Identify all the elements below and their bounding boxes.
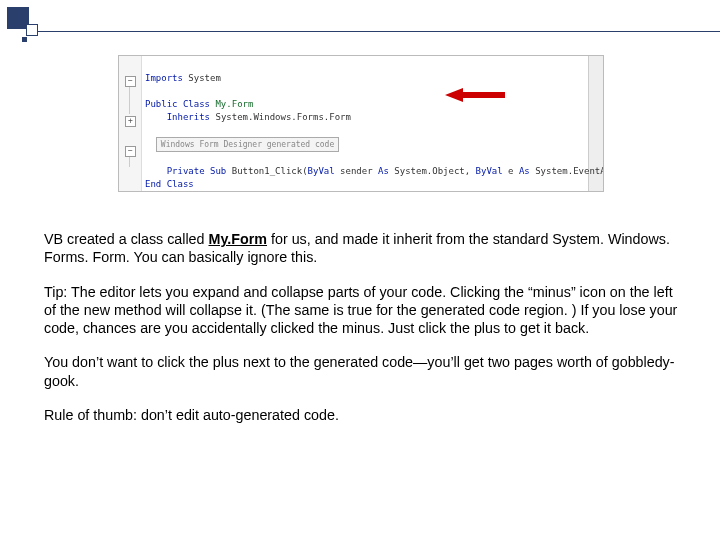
class-name: My.Form	[215, 99, 253, 109]
arg1-type: System.Object,	[389, 166, 476, 176]
code-area: Imports System Public Class My.Form Inhe…	[141, 56, 603, 191]
arg1: sender	[335, 166, 378, 176]
arg2: e	[503, 166, 519, 176]
code-editor-screenshot: − + − Imports System Public Class My.For…	[118, 55, 604, 192]
deco-square-medium	[26, 24, 38, 36]
as-keyword: As	[378, 166, 389, 176]
p1-class-name: My.Form	[209, 231, 268, 247]
slide-body-text: VB created a class called My.Form for us…	[44, 230, 684, 440]
byval-keyword-2: ByVal	[476, 166, 503, 176]
as-keyword-2: As	[519, 166, 530, 176]
inherits-type: System.Windows.Forms.Form	[215, 112, 350, 122]
sub-name: Button1_Click(	[232, 166, 308, 176]
collapsed-region: Windows Form Designer generated code	[156, 137, 339, 152]
class-keyword: Public Class	[145, 99, 210, 109]
paragraph-3: You don’t want to click the plus next to…	[44, 353, 684, 390]
end-class-keyword: End Class	[145, 179, 194, 189]
slide-decoration	[4, 4, 74, 44]
collapse-minus-icon-2: −	[125, 146, 136, 157]
editor-gutter: − + −	[119, 56, 142, 191]
paragraph-2: Tip: The editor lets you expand and coll…	[44, 283, 684, 338]
expand-plus-icon: +	[125, 116, 136, 127]
horizontal-rule	[38, 31, 720, 32]
arg2-type: System.EventAr	[530, 166, 604, 176]
arrow-annotation-icon	[445, 88, 505, 102]
outline-line-2	[129, 157, 130, 167]
deco-square-small	[22, 37, 27, 42]
imports-namespace: System	[188, 73, 221, 83]
paragraph-1: VB created a class called My.Form for us…	[44, 230, 684, 267]
arrow-head-icon	[445, 88, 463, 102]
p1-part-a: VB created a class called	[44, 231, 209, 247]
arrow-shaft	[463, 92, 505, 98]
imports-keyword: Imports	[145, 73, 183, 83]
sub-keyword: Private Sub	[167, 166, 227, 176]
byval-keyword: ByVal	[308, 166, 335, 176]
inherits-keyword: Inherits	[167, 112, 210, 122]
outline-line	[129, 87, 130, 114]
paragraph-4: Rule of thumb: don’t edit auto-generated…	[44, 406, 684, 424]
collapse-minus-icon: −	[125, 76, 136, 87]
